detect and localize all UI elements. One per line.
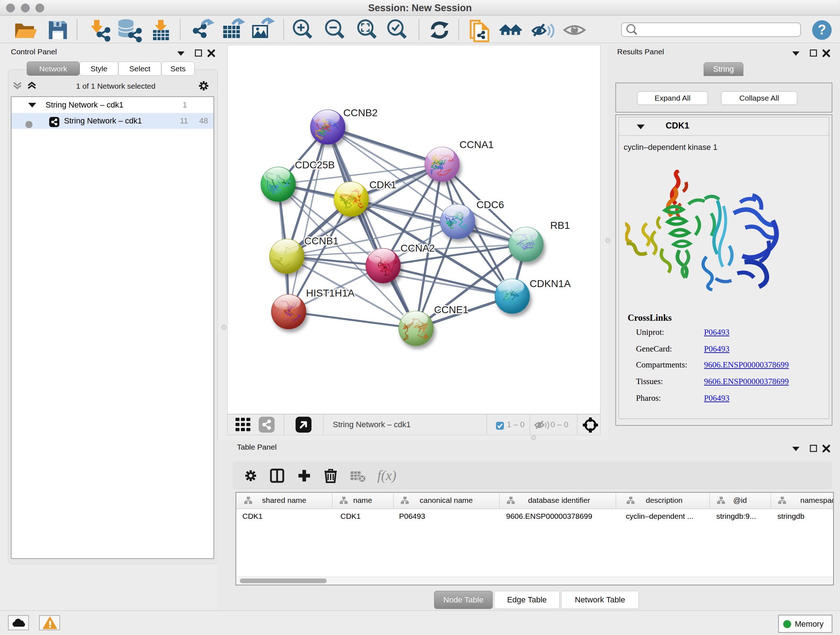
svg-text:HIST1H1A: HIST1H1A bbox=[306, 287, 355, 299]
svg-text:CDKN1A: CDKN1A bbox=[530, 278, 571, 289]
svg-text:CDK1: CDK1 bbox=[369, 179, 396, 190]
svg-text:CCNA1: CCNA1 bbox=[459, 139, 494, 150]
svg-text:CCNB1: CCNB1 bbox=[304, 235, 339, 247]
svg-text:?: ? bbox=[818, 22, 826, 37]
svg-text:f(x): f(x) bbox=[377, 468, 396, 483]
svg-text:CDC6: CDC6 bbox=[477, 199, 504, 211]
svg-text:CCNB2: CCNB2 bbox=[343, 107, 378, 119]
svg-text:CCNE1: CCNE1 bbox=[434, 304, 469, 315]
svg-text:CDC25B: CDC25B bbox=[295, 159, 335, 171]
svg-text:RB1: RB1 bbox=[550, 220, 570, 231]
svg-text:CCNA2: CCNA2 bbox=[401, 242, 435, 254]
